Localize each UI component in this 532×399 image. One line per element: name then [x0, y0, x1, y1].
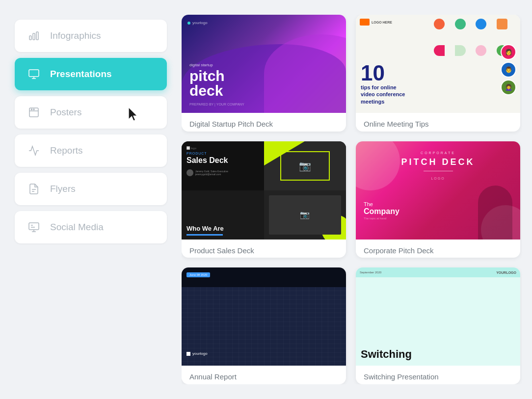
sidebar-item-presentations[interactable]: Presentations — [15, 58, 167, 90]
sidebar-item-flyers-label: Flyers — [50, 184, 76, 194]
template-card-product-sales[interactable]: ⬜ logo PRODUCT Sales Deck Jeremy Gold, S… — [182, 141, 346, 258]
sidebar-item-posters[interactable]: Posters — [15, 96, 167, 129]
svg-point-8 — [31, 109, 32, 110]
card-label-digital-startup: Digital Startup Pitch Deck — [182, 113, 346, 132]
template-card-digital-startup[interactable]: yourlogo digital startup pitchdeck PREPA… — [182, 15, 346, 132]
presentation-icon — [27, 67, 41, 81]
svg-rect-0 — [29, 36, 31, 40]
template-card-corporate-pitch[interactable]: CORPORATE PITCH DECK LOGO The Company Th… — [356, 141, 520, 258]
reports-icon — [27, 143, 41, 158]
svg-point-9 — [33, 109, 34, 110]
thumbnail-switching: September 2020 YOURLOGO Switching — [356, 267, 520, 366]
card-label-corporate-pitch: Corporate Pitch Deck — [356, 239, 520, 258]
template-grid: yourlogo digital startup pitchdeck PREPA… — [182, 15, 522, 384]
thumbnail-building: June 08 2020 yourlogo — [182, 267, 346, 366]
sidebar-item-flyers[interactable]: Flyers — [15, 173, 167, 205]
card-label-switching: Switching Presentation — [356, 366, 520, 384]
main-layout: Infographics Presentations — [0, 0, 532, 399]
card-label-building: Annual Report — [182, 366, 346, 384]
poster-icon — [27, 105, 41, 120]
bar-chart-icon — [27, 28, 41, 43]
sidebar-item-infographics[interactable]: Infographics — [15, 20, 167, 52]
sidebar-item-reports[interactable]: Reports — [15, 134, 167, 167]
svg-rect-2 — [36, 32, 38, 40]
svg-rect-1 — [33, 33, 35, 40]
social-icon — [27, 220, 41, 235]
sidebar-item-infographics-label: Infographics — [50, 30, 101, 41]
flyers-icon — [27, 182, 41, 196]
sidebar-item-reports-label: Reports — [50, 145, 83, 156]
sidebar: Infographics Presentations — [15, 15, 167, 384]
thumbnail-product-sales: ⬜ logo PRODUCT Sales Deck Jeremy Gold, S… — [182, 141, 346, 239]
svg-rect-12 — [29, 223, 39, 230]
sidebar-item-social-media[interactable]: Social Media — [15, 211, 167, 243]
sidebar-item-social-media-label: Social Media — [50, 222, 104, 233]
card-label-product-sales: Product Sales Deck — [182, 239, 346, 258]
sidebar-item-posters-label: Posters — [50, 107, 81, 118]
card-label-online-meeting: Online Meeting Tips — [356, 113, 520, 132]
template-card-building[interactable]: June 08 2020 yourlogo Annual Report — [182, 267, 346, 384]
thumbnail-digital-startup: yourlogo digital startup pitchdeck PREPA… — [182, 15, 346, 113]
svg-rect-3 — [29, 70, 39, 77]
sidebar-item-presentations-label: Presentations — [50, 69, 112, 80]
thumbnail-online-meeting: LOGO HERE 👩 👨 — [356, 15, 520, 113]
template-card-online-meeting[interactable]: LOGO HERE 👩 👨 — [356, 15, 520, 132]
template-card-switching[interactable]: September 2020 YOURLOGO Switching Switch… — [356, 267, 520, 384]
thumbnail-corporate-pitch: CORPORATE PITCH DECK LOGO The Company Th… — [356, 141, 520, 239]
